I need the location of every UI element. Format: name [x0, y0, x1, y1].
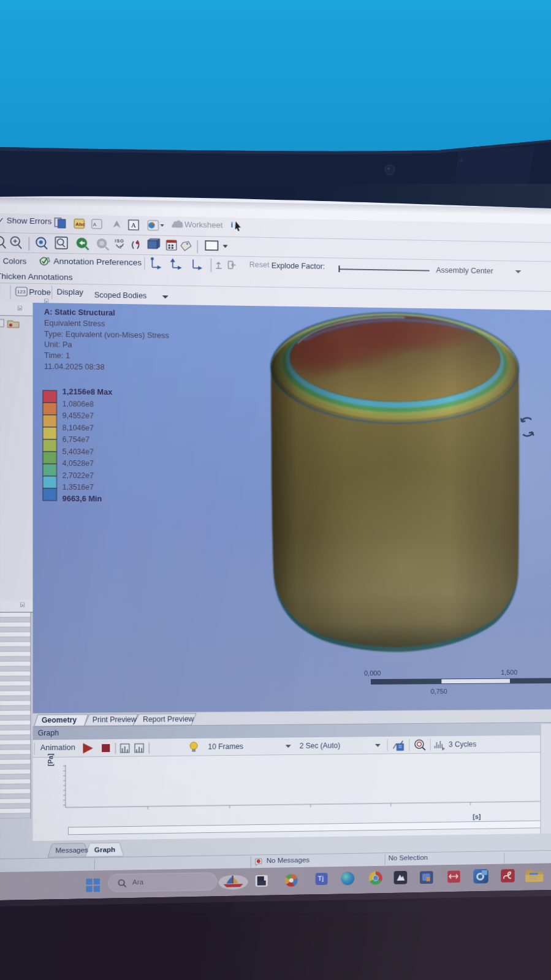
svg-text:Abc: Abc — [75, 221, 85, 227]
svg-text:123: 123 — [17, 289, 26, 295]
svg-text:A: A — [131, 221, 136, 229]
svg-text:Graph: Graph — [94, 845, 115, 853]
svg-text:A: A — [93, 222, 97, 227]
svg-text:Geometry: Geometry — [42, 716, 77, 724]
svg-text:ISO: ISO — [115, 239, 124, 244]
svg-text:Print Preview: Print Preview — [93, 715, 137, 724]
svg-text:Report Preview: Report Preview — [143, 715, 194, 723]
svg-text:Messages: Messages — [55, 846, 88, 854]
